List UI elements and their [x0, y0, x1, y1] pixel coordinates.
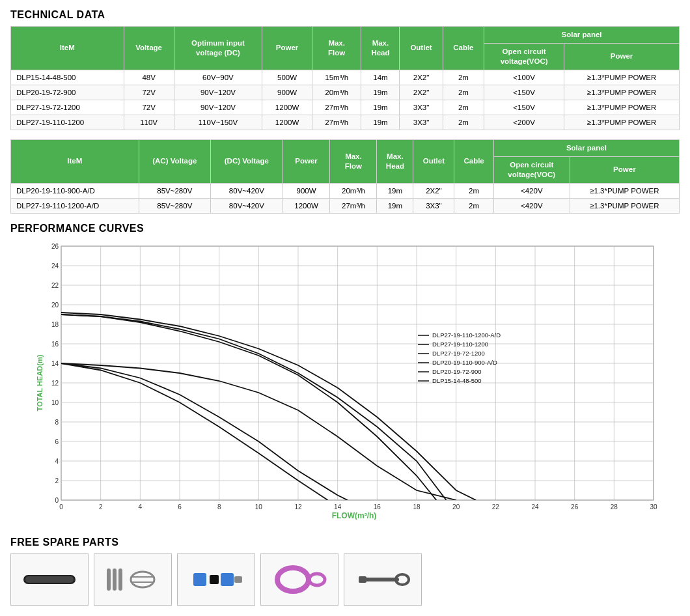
table-cell: ≥1.3*PUMP POWER: [570, 183, 679, 198]
table1-body: DLP15-14-48-50048V60V~90V500W15m³/h14m2X…: [11, 70, 680, 130]
table-cell: 1200W: [262, 115, 312, 130]
table-cell: 90V~120V: [174, 85, 262, 100]
table-cell: DLP15-14-48-500: [11, 70, 124, 85]
table-cell: 2m: [443, 115, 484, 130]
table-cell: DLP27-19-72-1200: [11, 100, 124, 115]
col2-outlet: Outlet: [413, 139, 454, 183]
svg-text:18: 18: [51, 321, 59, 328]
svg-text:30: 30: [650, 503, 657, 511]
svg-text:8: 8: [217, 503, 221, 511]
table-cell: DLP20-19-110-900-A/D: [11, 183, 139, 198]
performance-chart: 02468101214161820222426 0246810121416182…: [29, 240, 667, 520]
col2-solar-panel: Solar panel: [493, 139, 679, 156]
table-row: DLP27-19-110-1200-A/D85V~280V80V~420V120…: [11, 198, 680, 213]
table-cell: 3X3": [400, 100, 443, 115]
table-cell: <200V: [484, 115, 564, 130]
technical-data-title: TECHNICAL DATA: [10, 9, 680, 21]
col-solar-power: Power: [564, 43, 680, 70]
table-cell: 20m³/h: [312, 85, 361, 100]
table-cell: 2X2": [413, 183, 454, 198]
col2-cable: Cable: [454, 139, 493, 183]
svg-text:DLP20-19-72-900: DLP20-19-72-900: [432, 368, 482, 375]
col2-dc-voltage: (DC) Voltage: [211, 139, 283, 183]
svg-text:DLP15-14-48-500: DLP15-14-48-500: [432, 377, 482, 384]
svg-rect-89: [359, 576, 366, 583]
svg-text:0: 0: [59, 503, 63, 511]
col-cable: Cable: [443, 27, 484, 70]
svg-text:24: 24: [51, 262, 59, 270]
svg-text:26: 26: [51, 243, 59, 250]
table-cell: 90V~120V: [174, 100, 262, 115]
svg-rect-78: [118, 568, 122, 591]
svg-rect-80: [131, 577, 154, 582]
table-cell: ≥1.3*PUMP POWER: [570, 198, 679, 213]
svg-text:4: 4: [55, 458, 59, 465]
performance-curves-title: PERFORMANCE CURVES: [10, 223, 680, 234]
x-axis-label: FLOW(m³/h): [332, 511, 377, 520]
table-cell: 3X3": [400, 115, 443, 130]
table-cell: 900W: [262, 85, 312, 100]
table-cell: 1200W: [262, 100, 312, 115]
col2-power: Power: [283, 139, 330, 183]
table-cell: 2X2": [400, 70, 443, 85]
table-cell: 110V: [124, 115, 174, 130]
table-cell: 15m³/h: [312, 70, 361, 85]
table-cell: 2m: [443, 100, 484, 115]
svg-text:14: 14: [51, 360, 59, 367]
svg-rect-82: [210, 575, 219, 584]
spare-part-item: [344, 553, 422, 606]
svg-text:12: 12: [51, 380, 59, 387]
table-cell: 500W: [262, 70, 312, 85]
col-opt-voltage: Optimum inputvoltage (DC): [174, 27, 262, 70]
col-max-flow: Max.Flow: [312, 27, 361, 70]
table-cell: 1200W: [283, 198, 330, 213]
table-cell: DLP27-19-110-1200-A/D: [11, 198, 139, 213]
table-cell: 19m: [377, 198, 413, 213]
table-cell: DLP27-19-110-1200: [11, 115, 124, 130]
table-cell: 27m³/h: [312, 115, 361, 130]
svg-text:DLP27-19-110-1200-A/D: DLP27-19-110-1200-A/D: [432, 331, 501, 339]
svg-rect-75: [25, 576, 74, 583]
table-cell: 27m³/h: [330, 198, 377, 213]
svg-text:DLP20-19-110-900-A/D: DLP20-19-110-900-A/D: [432, 359, 497, 366]
svg-text:12: 12: [294, 503, 302, 511]
spare-part-item: [94, 553, 172, 606]
table-cell: 19m: [361, 100, 400, 115]
svg-rect-77: [113, 568, 117, 591]
table-cell: 14m: [361, 70, 400, 85]
svg-text:20: 20: [51, 301, 59, 309]
table-cell: <150V: [484, 100, 564, 115]
svg-text:20: 20: [452, 503, 460, 511]
col2-item: IteM: [11, 139, 139, 183]
svg-text:24: 24: [531, 503, 539, 511]
table-cell: 72V: [124, 85, 174, 100]
table-cell: 3X3": [413, 198, 454, 213]
svg-text:2: 2: [99, 503, 103, 511]
x-tick-labels: 024681012141618202224262830: [59, 503, 657, 511]
table-cell: 80V~420V: [211, 198, 283, 213]
spare-parts-row: [10, 553, 680, 606]
table2: IteM (AC) Voltage (DC) Voltage Power Max…: [10, 139, 680, 214]
svg-text:6: 6: [178, 503, 182, 511]
performance-curves-section: PERFORMANCE CURVES TOTAL HEAD(m) 0246810…: [10, 223, 680, 526]
svg-text:22: 22: [51, 282, 59, 289]
col-outlet: Outlet: [400, 27, 443, 70]
table-cell: 80V~420V: [211, 183, 283, 198]
svg-point-86: [309, 574, 325, 585]
table-cell: 72V: [124, 100, 174, 115]
table-cell: 20m³/h: [330, 183, 377, 198]
col2-max-flow: Max.Flow: [330, 139, 377, 183]
svg-rect-83: [221, 573, 234, 586]
svg-rect-76: [107, 568, 111, 591]
spare-part-item: [10, 553, 89, 606]
svg-text:10: 10: [51, 399, 59, 406]
table-cell: 85V~280V: [139, 183, 211, 198]
col-power: Power: [262, 27, 312, 70]
svg-rect-84: [234, 576, 242, 583]
table-row: DLP15-14-48-50048V60V~90V500W15m³/h14m2X…: [11, 70, 680, 85]
spare-part-item: [260, 553, 338, 606]
table-cell: 2m: [454, 198, 493, 213]
table-cell: 48V: [124, 70, 174, 85]
svg-text:16: 16: [51, 341, 59, 348]
table-cell: <420V: [493, 198, 570, 213]
